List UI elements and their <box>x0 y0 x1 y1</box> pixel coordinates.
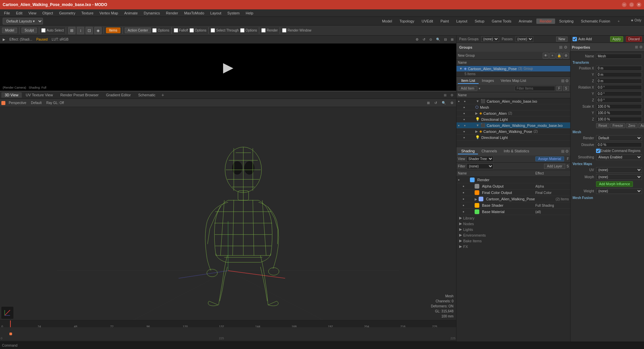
tab-setup[interactable]: Setup <box>471 18 488 24</box>
sh-tab-shading[interactable]: Shading <box>458 148 478 154</box>
sh-row-finalcolor[interactable]: ● Final Color Output Final Color <box>461 190 570 196</box>
menu-object[interactable]: Object <box>40 10 56 16</box>
tb-icon-4[interactable]: ◈ <box>94 27 102 34</box>
add-item-btn[interactable]: Add Item <box>458 86 477 91</box>
groups-settings-btn[interactable]: ⚙ <box>564 45 568 50</box>
vp-default[interactable]: Default <box>30 101 43 105</box>
tab-animate[interactable]: Animate <box>516 18 536 24</box>
vp-tab-render-preset[interactable]: Render Preset Browser <box>57 92 102 98</box>
filter-s-btn[interactable]: S <box>563 86 569 91</box>
prop-morph-dropdown[interactable]: (none) <box>596 174 642 180</box>
il-expand-btn[interactable]: ⊞ <box>561 79 565 83</box>
view-dropdown[interactable]: Shader Tree <box>467 156 493 162</box>
tab-scripting[interactable]: Scripting <box>556 18 577 24</box>
model-button[interactable]: Model <box>2 28 17 33</box>
item-mesh-1[interactable]: ● ⬡ Mesh <box>457 104 570 110</box>
tab-layout[interactable]: Layout <box>453 18 471 24</box>
sh-fx[interactable]: ▶ FX <box>457 244 570 249</box>
close-button[interactable]: ✕ <box>637 2 641 7</box>
vp-ray-gl[interactable]: Ray GL: Off <box>45 101 65 105</box>
sh-expand-btn[interactable]: ⊞ <box>561 149 565 154</box>
prop-reset-btn[interactable]: Reset <box>596 123 609 128</box>
options-check-2[interactable]: Options <box>190 28 206 33</box>
il-tab-vertexmap[interactable]: Vertex Map List <box>497 78 530 84</box>
prop-posz-input[interactable] <box>596 79 642 84</box>
select-through-checkbox[interactable] <box>211 28 215 33</box>
prop-uv-dropdown[interactable]: (none) <box>596 167 642 173</box>
vp-tab-schematic[interactable]: Schematic <box>135 92 159 98</box>
new-pass-btn[interactable]: New <box>556 37 568 42</box>
sh-library[interactable]: ▶ Library <box>457 215 570 221</box>
vp-rotate-btn[interactable]: ↺ <box>433 101 438 105</box>
sh-row-alpha[interactable]: ● Alpha Output Alpha <box>461 183 570 190</box>
menu-view[interactable]: View <box>26 10 39 16</box>
menu-texture[interactable]: Texture <box>78 10 96 16</box>
g-lock-btn[interactable]: 🔒 <box>556 53 562 59</box>
item-light-1[interactable]: ● 💡 Directional Light <box>457 116 570 122</box>
sh-row-render[interactable]: ● Render <box>457 177 570 183</box>
options-check-1[interactable]: Options <box>152 28 169 33</box>
rp-icon-3[interactable]: ⊙ <box>428 37 433 42</box>
sh-filter-dropdown[interactable]: (none) <box>467 163 493 169</box>
prop-name-input[interactable] <box>596 54 642 59</box>
sh-tab-info[interactable]: Info & Statistics <box>500 148 533 154</box>
add-item-arrow[interactable]: ▾ <box>479 87 480 90</box>
render-window-checkbox[interactable] <box>282 28 286 33</box>
vp-tab-gradient[interactable]: Gradient Editor <box>103 92 134 98</box>
sh-row-cagroup[interactable]: ● ▶ Cartoon_Alien_Walking_Pose (2) Items <box>461 196 570 202</box>
filter-f-btn[interactable]: F <box>556 86 562 91</box>
add-layer-btn[interactable]: Add Layer <box>544 164 566 169</box>
prop-posy-input[interactable] <box>596 72 642 77</box>
render-checkbox[interactable] <box>261 28 266 33</box>
menu-help[interactable]: Help <box>243 10 256 16</box>
tb-icon-3[interactable]: ⊡ <box>86 27 93 34</box>
menu-geometry[interactable]: Geometry <box>56 10 78 16</box>
sh-s-btn[interactable]: S <box>567 164 569 168</box>
rp-icon-2[interactable]: ↺ <box>421 37 427 42</box>
menu-vertex-map[interactable]: Vertex Map <box>97 10 121 16</box>
filter-input[interactable] <box>515 86 555 91</box>
item-scene-1[interactable]: ● ● ▼ ⬛ Cartoon_Alien_modo_base.lxo <box>457 98 570 104</box>
auto-select-checkbox[interactable] <box>41 28 46 33</box>
menu-edit[interactable]: Edit <box>13 10 25 16</box>
prop-scalex-input[interactable] <box>596 104 642 109</box>
render-check[interactable]: Render <box>261 28 278 33</box>
tab-game-tools[interactable]: Game Tools <box>488 18 515 24</box>
options-check-3[interactable]: Options <box>240 28 257 33</box>
minimize-button[interactable]: ─ <box>622 2 627 7</box>
item-wp-group[interactable]: ● ▶ ◈ Cartoon_Alien_Walking_Pose (2) <box>457 129 570 135</box>
prop-cmd-checkbox[interactable] <box>596 149 600 153</box>
il-tab-images[interactable]: Images <box>479 78 497 84</box>
group-item-0[interactable]: ▼ ◈ Cartoon_Alien_Walking_Pose (3) Group <box>457 66 570 71</box>
sh-nodes[interactable]: ▶ Nodes <box>457 221 570 227</box>
tb-icon-2[interactable]: ↕ <box>77 27 84 34</box>
sh-row-shader[interactable]: ● Base Shader Full Shading <box>461 202 570 209</box>
vp-settings-btn[interactable]: ⚙ <box>449 92 455 98</box>
prop-add-btn[interactable]: Add <box>638 123 644 128</box>
prop-posx-input[interactable] <box>596 66 642 71</box>
rp-icon-4[interactable]: 🔍 <box>435 37 441 42</box>
apply-btn[interactable]: Apply <box>610 36 623 42</box>
sh-settings-btn[interactable]: ⚙ <box>565 149 569 154</box>
falloff-checkbox[interactable] <box>174 28 178 33</box>
layout-dropdown[interactable]: Default Layouts ▾ <box>3 18 43 24</box>
tab-schematic-fusion[interactable]: Schematic Fusion <box>578 18 613 24</box>
sh-environments[interactable]: ▶ Environments <box>457 232 570 238</box>
falloff-check[interactable]: Falloff <box>174 28 188 33</box>
tb-icon-1[interactable]: ⊞ <box>68 27 75 34</box>
g-settings-btn[interactable]: ⚙ <box>563 53 569 59</box>
sh-bake-items[interactable]: ▶ Bake Items <box>457 238 570 244</box>
prop-dissolve-input[interactable] <box>596 142 642 147</box>
rp-icon-1[interactable]: ⚙ <box>414 37 420 42</box>
sh-lights[interactable]: ▶ Lights <box>457 227 570 232</box>
vp-zoom-btn[interactable]: 🔍 <box>440 101 447 105</box>
prop-freeze-btn[interactable]: Freeze <box>610 123 625 128</box>
items-button[interactable]: Items <box>106 28 120 33</box>
item-scene-2[interactable]: ● ● ▼ ⬛ Cartoon_Alien_Walking_Pose_modo_… <box>457 122 570 129</box>
select-through-check[interactable]: Select Through <box>211 28 239 33</box>
options-checkbox-1[interactable] <box>152 28 157 33</box>
vp-tab-3dview[interactable]: 3D View <box>1 92 22 98</box>
menu-maxtomodo[interactable]: MaxToModo <box>181 10 207 16</box>
groups-expand-btn[interactable]: ⊞ <box>559 45 562 50</box>
tab-topology[interactable]: Topology <box>396 18 418 24</box>
